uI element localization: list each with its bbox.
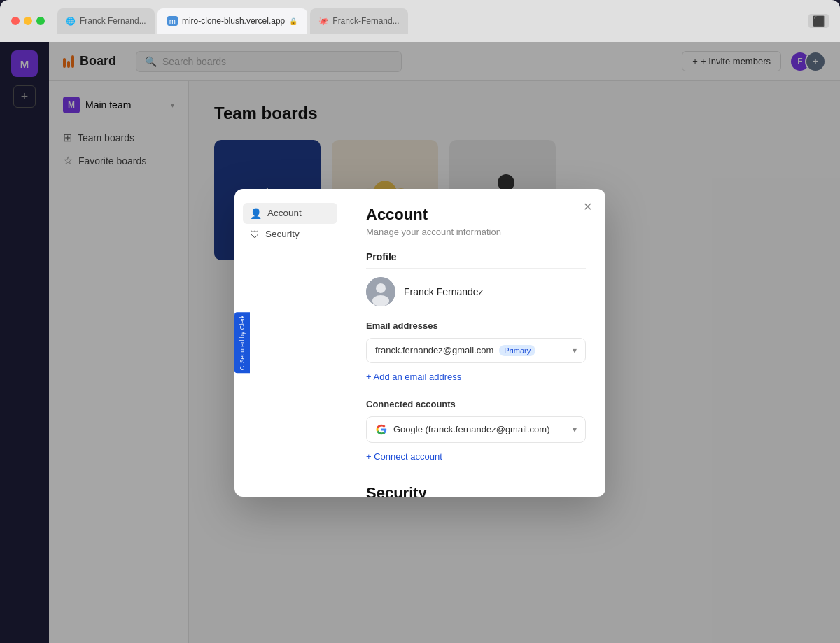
account-section: Account Manage your account information … [366,206,586,465]
connected-section-title: Connected accounts [366,399,586,409]
email-section-title: Email addresses [366,320,586,331]
modal-main-content: ✕ Account Manage your account informatio… [346,189,606,497]
modal-subtitle: Manage your account information [366,227,586,237]
minimize-traffic-light[interactable] [24,17,32,25]
tab2-lock-icon: 🔒 [289,17,298,25]
profile-section-title: Profile [366,251,586,269]
security-nav-label: Security [265,229,300,239]
modal-nav-account[interactable]: 👤 Account [243,203,337,224]
fullscreen-traffic-light[interactable] [36,17,45,25]
security-section: Security Manage your security preference… [366,479,586,497]
profile-row: Franck Fernandez [366,277,586,306]
email-address: franck.fernandez@gmail.com [375,345,493,355]
browser-tab-2[interactable]: m miro-clone-blush.vercel.app 🔒 [158,8,308,34]
modal-nav-security[interactable]: 🛡 Security [243,224,337,245]
add-email-button[interactable]: + Add an email address [366,369,586,385]
tab1-favicon: 🌐 [66,17,76,26]
modal-overlay[interactable]: C Secured by Clerk 👤 Account 🛡 Security … [0,42,840,643]
clerk-logo: C [239,365,246,370]
modal-title: Account [366,206,586,224]
traffic-lights [11,17,45,25]
modal-close-button[interactable]: ✕ [579,199,596,215]
security-title: Security [366,484,586,497]
profile-name: Franck Fernandez [404,286,484,297]
close-traffic-light[interactable] [11,17,20,25]
account-modal: C Secured by Clerk 👤 Account 🛡 Security … [234,189,606,497]
connect-account-label: + Connect account [366,451,442,462]
connected-google-label: Google (franck.fernandez@gmail.com) [393,424,550,434]
tab2-label: miro-clone-blush.vercel.app [182,16,285,26]
tab3-favicon: 🐙 [318,17,328,26]
svg-point-14 [372,295,389,306]
modal-sidebar: 👤 Account 🛡 Security [234,189,346,497]
tab2-favicon: m [167,16,178,26]
clerk-label: Secured by Clerk [239,315,246,363]
browser-tab-1[interactable]: 🌐 Franck Fernand... [57,8,155,34]
email-left: franck.fernandez@gmail.com Primary [375,345,536,356]
browser-extension-icon: ⬛ [808,14,829,28]
security-nav-icon: 🛡 [250,229,260,240]
connected-chevron-icon: ▾ [573,425,577,434]
google-icon [375,423,388,436]
email-row[interactable]: franck.fernandez@gmail.com Primary ▾ [366,338,586,363]
connect-account-button[interactable]: + Connect account [366,448,586,465]
profile-avatar [366,277,396,306]
tab1-label: Franck Fernand... [80,16,146,26]
clerk-secured-tag: C Secured by Clerk [234,312,250,373]
email-chevron-icon: ▾ [573,346,577,355]
close-icon: ✕ [583,200,592,213]
svg-point-13 [376,283,386,293]
connected-left: Google (franck.fernandez@gmail.com) [375,423,550,436]
primary-badge: Primary [499,345,536,356]
add-email-label: + Add an email address [366,372,461,382]
connected-google-row[interactable]: Google (franck.fernandez@gmail.com) ▾ [366,416,586,443]
account-nav-icon: 👤 [250,208,262,219]
browser-tab-3[interactable]: 🐙 Franck-Fernand... [310,8,407,34]
account-nav-label: Account [267,208,302,218]
tab3-label: Franck-Fernand... [332,16,399,26]
